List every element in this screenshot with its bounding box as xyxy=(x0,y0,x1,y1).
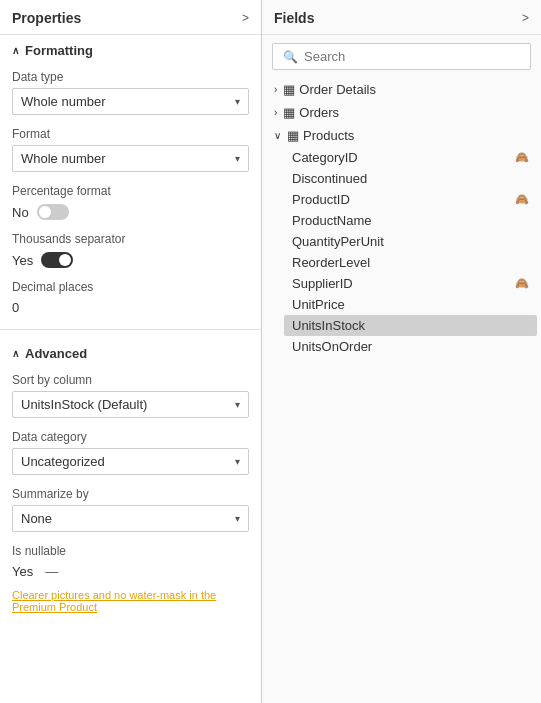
thousands-separator-toggle-row: Yes xyxy=(12,250,249,270)
watermark-note: Clearer pictures and no water-mask in th… xyxy=(12,585,249,613)
is-nullable-toggle-row: Yes — xyxy=(12,562,249,581)
group-item-order-details[interactable]: ›▦Order Details xyxy=(266,78,537,101)
formatting-label: Formatting xyxy=(25,43,93,58)
format-arrow-icon: ▾ xyxy=(235,153,240,164)
field-item-unitsonorder[interactable]: UnitsOnOrder xyxy=(284,336,537,357)
properties-title: Properties xyxy=(12,10,81,26)
field-item-supplierid[interactable]: SupplierID🙈 xyxy=(284,273,537,294)
fields-panel: Fields > 🔍 ›▦Order Details›▦Orders∨▦Prod… xyxy=(262,0,541,703)
formatting-section-header[interactable]: ∧ Formatting xyxy=(0,35,261,64)
data-type-arrow-icon: ▾ xyxy=(235,96,240,107)
is-nullable-toggle-label: Yes xyxy=(12,564,33,579)
summarize-by-value: None xyxy=(21,511,52,526)
data-category-value: Uncategorized xyxy=(21,454,105,469)
is-nullable-group: Is nullable Yes — Clearer pictures and n… xyxy=(0,538,261,617)
data-category-label: Data category xyxy=(12,430,249,444)
hidden-icon: 🙈 xyxy=(515,193,529,206)
search-icon: 🔍 xyxy=(283,50,298,64)
group-name: Products xyxy=(303,128,354,143)
field-name: ReorderLevel xyxy=(292,255,529,270)
group-name: Order Details xyxy=(299,82,376,97)
sort-by-column-arrow-icon: ▾ xyxy=(235,399,240,410)
data-type-label: Data type xyxy=(12,70,249,84)
summarize-by-label: Summarize by xyxy=(12,487,249,501)
field-name: Discontinued xyxy=(292,171,529,186)
format-label: Format xyxy=(12,127,249,141)
data-category-arrow-icon: ▾ xyxy=(235,456,240,467)
thousands-separator-toggle[interactable] xyxy=(41,252,73,268)
field-name: ProductName xyxy=(292,213,529,228)
field-item-productid[interactable]: ProductID🙈 xyxy=(284,189,537,210)
thousands-separator-toggle-label: Yes xyxy=(12,253,33,268)
field-name: QuantityPerUnit xyxy=(292,234,529,249)
percentage-format-toggle-row: No xyxy=(12,202,249,222)
summarize-by-arrow-icon: ▾ xyxy=(235,513,240,524)
data-type-dropdown[interactable]: Whole number ▾ xyxy=(12,88,249,115)
field-name: CategoryID xyxy=(292,150,511,165)
fields-chevron-icon[interactable]: > xyxy=(522,11,529,25)
field-name: UnitsOnOrder xyxy=(292,339,529,354)
field-item-quantityperunit[interactable]: QuantityPerUnit xyxy=(284,231,537,252)
is-nullable-label: Is nullable xyxy=(12,544,249,558)
group-item-orders[interactable]: ›▦Orders xyxy=(266,101,537,124)
fields-title: Fields xyxy=(274,10,314,26)
watermark-link[interactable]: Clearer pictures and no water-mask in th… xyxy=(12,589,216,613)
advanced-label: Advanced xyxy=(25,346,87,361)
data-type-group: Data type Whole number ▾ xyxy=(0,64,261,121)
thousands-separator-group: Thousands separator Yes xyxy=(0,226,261,274)
sort-by-column-label: Sort by column xyxy=(12,373,249,387)
table-icon: ▦ xyxy=(283,82,295,97)
sort-by-column-value: UnitsInStock (Default) xyxy=(21,397,147,412)
summarize-by-dropdown[interactable]: None ▾ xyxy=(12,505,249,532)
table-icon: ▦ xyxy=(287,128,299,143)
field-item-reorderlevel[interactable]: ReorderLevel xyxy=(284,252,537,273)
hidden-icon: 🙈 xyxy=(515,151,529,164)
field-name: SupplierID xyxy=(292,276,511,291)
field-item-unitprice[interactable]: UnitPrice xyxy=(284,294,537,315)
field-item-categoryid[interactable]: CategoryID🙈 xyxy=(284,147,537,168)
group-item-products[interactable]: ∨▦Products xyxy=(266,124,537,147)
properties-panel: Properties > ∧ Formatting Data type Whol… xyxy=(0,0,262,703)
search-box[interactable]: 🔍 xyxy=(272,43,531,70)
fields-list: ›▦Order Details›▦Orders∨▦ProductsCategor… xyxy=(262,78,541,703)
table-icon: ▦ xyxy=(283,105,295,120)
percentage-format-toggle[interactable] xyxy=(37,204,69,220)
field-name: ProductID xyxy=(292,192,511,207)
field-item-unitsinstock[interactable]: UnitsInStock xyxy=(284,315,537,336)
field-item-productname[interactable]: ProductName xyxy=(284,210,537,231)
fields-header: Fields > xyxy=(262,0,541,35)
group-toggle-icon: ∨ xyxy=(274,130,281,141)
decimal-places-value: 0 xyxy=(12,298,249,317)
group-toggle-icon: › xyxy=(274,107,277,118)
formatting-caret-icon: ∧ xyxy=(12,45,19,56)
sort-by-column-dropdown[interactable]: UnitsInStock (Default) ▾ xyxy=(12,391,249,418)
format-value: Whole number xyxy=(21,151,106,166)
advanced-caret-icon: ∧ xyxy=(12,348,19,359)
summarize-by-group: Summarize by None ▾ xyxy=(0,481,261,538)
field-item-discontinued[interactable]: Discontinued xyxy=(284,168,537,189)
sort-by-column-group: Sort by column UnitsInStock (Default) ▾ xyxy=(0,367,261,424)
child-items-products: CategoryID🙈DiscontinuedProductID🙈Product… xyxy=(266,147,537,357)
data-category-group: Data category Uncategorized ▾ xyxy=(0,424,261,481)
format-dropdown[interactable]: Whole number ▾ xyxy=(12,145,249,172)
percentage-format-label: Percentage format xyxy=(12,184,249,198)
decimal-places-label: Decimal places xyxy=(12,280,249,294)
group-toggle-icon: › xyxy=(274,84,277,95)
data-type-value: Whole number xyxy=(21,94,106,109)
search-input[interactable] xyxy=(304,49,520,64)
thousands-separator-label: Thousands separator xyxy=(12,232,249,246)
format-group: Format Whole number ▾ xyxy=(0,121,261,178)
data-category-dropdown[interactable]: Uncategorized ▾ xyxy=(12,448,249,475)
field-name: UnitPrice xyxy=(292,297,529,312)
properties-chevron-icon[interactable]: > xyxy=(242,11,249,25)
group-name: Orders xyxy=(299,105,339,120)
percentage-format-toggle-label: No xyxy=(12,205,29,220)
field-name: UnitsInStock xyxy=(292,318,529,333)
percentage-format-group: Percentage format No xyxy=(0,178,261,226)
advanced-section-header[interactable]: ∧ Advanced xyxy=(0,338,261,367)
properties-header: Properties > xyxy=(0,0,261,35)
hidden-icon: 🙈 xyxy=(515,277,529,290)
decimal-places-group: Decimal places 0 xyxy=(0,274,261,321)
